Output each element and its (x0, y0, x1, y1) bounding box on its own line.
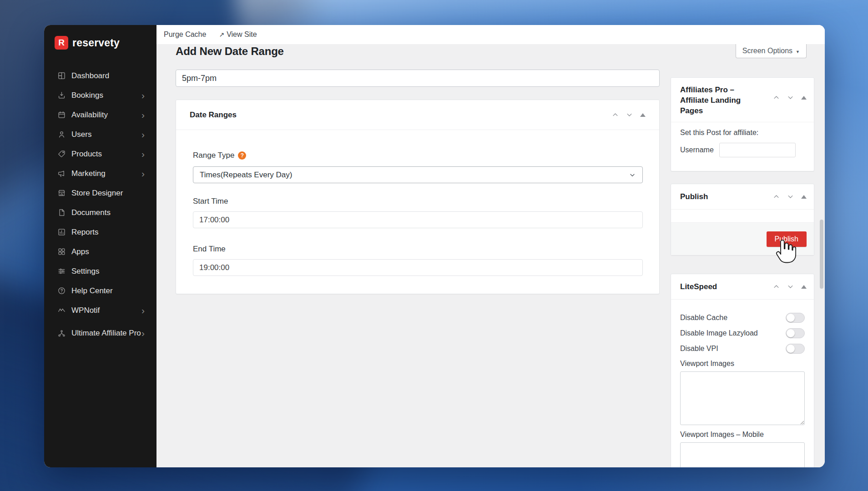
litespeed-panel-title: LiteSpeed (680, 282, 717, 291)
date-range-title-input[interactable] (176, 70, 660, 87)
sliders-icon (57, 267, 66, 276)
sidebar-item-label: Products (71, 149, 102, 159)
help-circle-icon (57, 286, 66, 295)
sidebar-item-reports[interactable]: Reports (44, 222, 156, 242)
disable-vpi-toggle[interactable] (786, 344, 805, 354)
logo-text: reservety (72, 37, 120, 49)
page-title: Add New Date Range (176, 45, 284, 58)
chevron-right-icon (141, 328, 145, 338)
move-down-icon[interactable] (787, 94, 794, 101)
collapse-toggle-icon[interactable] (801, 195, 807, 199)
collapse-toggle-icon[interactable] (801, 96, 807, 100)
sidebar-item-apps[interactable]: Apps (44, 242, 156, 261)
date-ranges-panel-title: Date Ranges (190, 110, 237, 120)
publish-panel: Publish Publish (671, 184, 814, 256)
sidebar-item-dashboard[interactable]: Dashboard (44, 66, 156, 85)
view-site-label: View Site (227, 30, 257, 39)
username-input[interactable] (719, 143, 796, 157)
toggle-knob (787, 345, 795, 353)
affiliates-panel-body: Set this Post for affiliate: Username (671, 122, 814, 164)
start-time-input[interactable] (193, 211, 643, 228)
admin-content-area: Purge Cache View Site Screen Options Add… (156, 25, 825, 467)
range-type-selected-value: Times(Repeats Every Day) (200, 170, 292, 180)
move-up-icon[interactable] (612, 111, 619, 118)
publish-panel-title: Publish (680, 192, 708, 201)
reservety-logo-icon: R (55, 36, 68, 50)
select-chevron-icon (629, 171, 636, 179)
megaphone-icon (57, 169, 66, 178)
help-tooltip-icon[interactable] (238, 151, 246, 160)
purge-cache-link[interactable]: Purge Cache (164, 30, 206, 39)
move-down-icon[interactable] (787, 283, 794, 290)
disable-cache-toggle[interactable] (786, 313, 805, 323)
collapse-toggle-icon[interactable] (801, 285, 807, 289)
viewport-images-textarea[interactable] (680, 371, 805, 425)
storefront-icon (57, 189, 66, 197)
sidebar-item-label: Availability (71, 110, 108, 120)
view-site-link[interactable]: View Site (219, 30, 257, 39)
affiliates-panel-header: Affiliates Pro – Affiliate Landing Pages (671, 78, 814, 122)
affiliates-pro-panel: Affiliates Pro – Affiliate Landing Pages (671, 77, 814, 171)
date-ranges-panel: Date Ranges Range Type (176, 100, 660, 294)
disable-image-lazyload-toggle[interactable] (786, 328, 805, 338)
bookings-icon (57, 91, 66, 100)
purge-cache-label: Purge Cache (164, 30, 206, 39)
end-time-label-text: End Time (193, 245, 226, 254)
litespeed-panel: LiteSpeed Disabl (671, 274, 814, 467)
date-ranges-panel-header: Date Ranges (176, 100, 659, 130)
sidebar-item-label: Help Center (71, 286, 113, 296)
sidebar-item-store-designer[interactable]: Store Designer (44, 183, 156, 203)
sidebar-item-products[interactable]: Products (44, 144, 156, 164)
user-icon (57, 130, 66, 139)
logo-letter: R (58, 38, 65, 48)
collapse-toggle-icon[interactable] (640, 113, 646, 117)
app-sidebar: R reservety Dashboard Bookings (44, 25, 156, 467)
sidebar-item-availability[interactable]: Availability (44, 105, 156, 125)
sidebar-item-ultimate-affiliate-pro[interactable]: Ultimate Affiliate Pro (44, 320, 156, 346)
sidebar-item-settings[interactable]: Settings (44, 261, 156, 281)
move-up-icon[interactable] (773, 193, 780, 200)
disable-vpi-label: Disable VPI (680, 345, 718, 353)
sidebar-nav: Dashboard Bookings Availability (44, 66, 156, 346)
sidebar-item-label: Bookings (71, 90, 103, 100)
sidebar-item-label: Reports (71, 227, 99, 237)
end-time-input[interactable] (193, 259, 643, 276)
move-up-icon[interactable] (773, 283, 780, 290)
panel-order-controls (612, 111, 646, 118)
desktop-wallpaper: R reservety Dashboard Bookings (0, 0, 868, 491)
affiliates-panel-title: Affiliates Pro – Affiliate Landing Pages (680, 85, 755, 116)
sidebar-item-bookings[interactable]: Bookings (44, 85, 156, 105)
sidebar-item-documents[interactable]: Documents (44, 203, 156, 222)
sidebar-item-help-center[interactable]: Help Center (44, 281, 156, 301)
panel-order-controls (773, 193, 807, 200)
sidebar-item-label: Store Designer (71, 188, 123, 198)
viewport-images-mobile-textarea[interactable] (680, 442, 805, 467)
chevron-right-icon (141, 306, 145, 316)
disable-cache-label: Disable Cache (680, 314, 727, 322)
move-up-icon[interactable] (773, 94, 780, 101)
range-type-label-row: Range Type (193, 151, 642, 160)
sidebar-item-marketing[interactable]: Marketing (44, 164, 156, 183)
external-link-icon (219, 30, 224, 39)
publish-button[interactable]: Publish (767, 231, 807, 247)
sidebar-item-label: WPNotif (71, 306, 100, 315)
scrollbar-thumb[interactable] (820, 220, 823, 289)
viewport-images-label: Viewport Images (680, 360, 805, 368)
sidebar-item-label: Dashboard (71, 71, 109, 80)
move-down-icon[interactable] (626, 111, 633, 118)
set-post-affiliate-label: Set this Post for affiliate: (680, 129, 805, 137)
disable-cache-row: Disable Cache (680, 312, 805, 323)
screen-options-tab[interactable]: Screen Options (736, 44, 807, 58)
dashboard-icon (57, 71, 66, 80)
move-down-icon[interactable] (787, 193, 794, 200)
admin-topbar: Purge Cache View Site (156, 25, 825, 44)
chevron-right-icon (141, 169, 145, 179)
reservety-logo[interactable]: R reservety (55, 36, 120, 50)
sidebar-item-label: Settings (71, 266, 99, 276)
sidebar-item-users[interactable]: Users (44, 125, 156, 144)
sidebar-item-wpnotif[interactable]: WPNotif (44, 301, 156, 320)
sidebar-item-label: Documents (71, 208, 111, 217)
range-type-select[interactable]: Times(Repeats Every Day) (193, 166, 643, 183)
litespeed-panel-body: Disable Cache Disable Image Lazyload Dis… (671, 300, 814, 467)
chevron-right-icon (141, 149, 145, 159)
